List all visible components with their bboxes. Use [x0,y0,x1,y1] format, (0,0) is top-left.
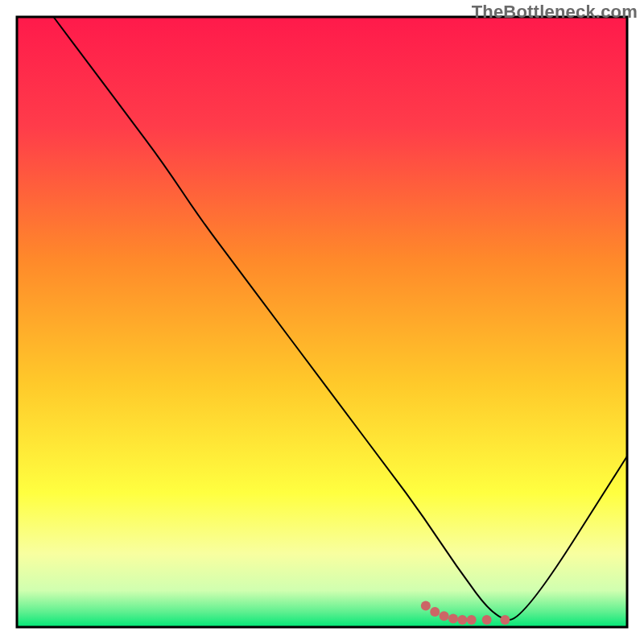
chart-container: TheBottleneck.com [0,0,644,644]
svg-point-0 [421,601,431,610]
svg-point-1 [430,607,440,617]
bottleneck-chart [0,0,644,644]
svg-point-4 [457,615,467,625]
svg-point-3 [448,613,458,623]
svg-point-5 [467,615,477,625]
svg-point-6 [482,615,492,625]
watermark-text: TheBottleneck.com [472,2,638,23]
plot-background [17,17,627,627]
svg-point-2 [440,611,449,621]
svg-point-7 [500,615,510,625]
